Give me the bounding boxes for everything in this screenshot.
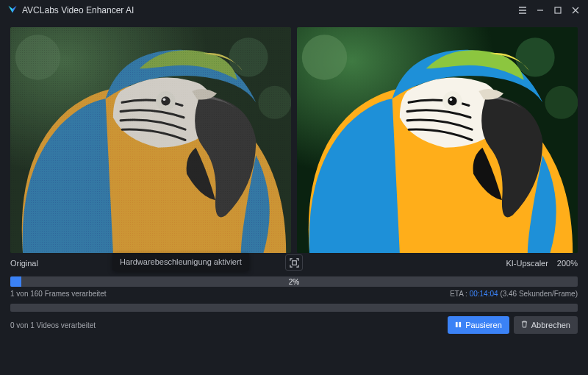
svg-point-9 [302,35,347,79]
svg-rect-0 [555,7,561,13]
pause-button[interactable]: Pausieren [448,316,509,334]
hw-accel-tooltip: Hardwarebeschleunigung aktiviert [112,253,249,271]
svg-point-7 [163,98,166,101]
videos-status-text: 0 von 1 Videos verarbeitet [10,321,96,329]
svg-point-10 [515,38,554,76]
frames-status-text: 1 von 160 Frames verarbeitet [10,290,107,298]
zoom-value: 200% [557,259,578,268]
cancel-button[interactable]: Abbrechen [514,316,578,334]
window-controls [514,3,584,18]
eta-text: ETA : 00:14:04 (3.46 Sekunden/Frame) [450,290,578,298]
titlebar: AVCLabs Video Enhancer AI [0,0,588,21]
preview-area [0,21,588,257]
progress-section: 2% 1 von 160 Frames verarbeitet ETA : 00… [0,272,588,334]
svg-point-11 [545,86,578,119]
pause-icon [455,321,462,329]
minimize-button[interactable] [532,3,548,18]
svg-point-4 [258,86,291,119]
preview-label-row: Original Hardwarebeschleunigung aktivier… [0,257,588,272]
maximize-button[interactable] [550,3,566,18]
svg-point-2 [15,35,60,79]
trash-icon [521,321,528,329]
svg-rect-16 [456,322,458,327]
preview-original [10,27,291,253]
frames-progress-percent: 2% [289,278,299,286]
preview-enhanced [297,27,578,253]
upscaler-label: KI-Upscaler [506,259,548,268]
close-button[interactable] [567,3,584,18]
frames-progress-fill [10,276,21,287]
original-label: Original [10,259,38,268]
menu-button[interactable] [514,3,531,18]
svg-rect-1 [10,27,291,253]
svg-rect-17 [459,322,462,327]
app-logo-icon [7,4,18,17]
frames-progress-bar[interactable]: 2% [10,276,578,287]
svg-point-6 [161,96,170,105]
svg-point-14 [450,98,453,101]
svg-rect-15 [292,260,296,265]
videos-progress-bar[interactable] [10,304,578,312]
svg-point-3 [229,38,268,76]
svg-point-13 [448,96,456,105]
brand: AVCLabs Video Enhancer AI [7,4,134,17]
app-title: AVCLabs Video Enhancer AI [22,5,134,15]
svg-point-5 [156,91,176,111]
compare-toggle-button[interactable] [285,254,303,271]
